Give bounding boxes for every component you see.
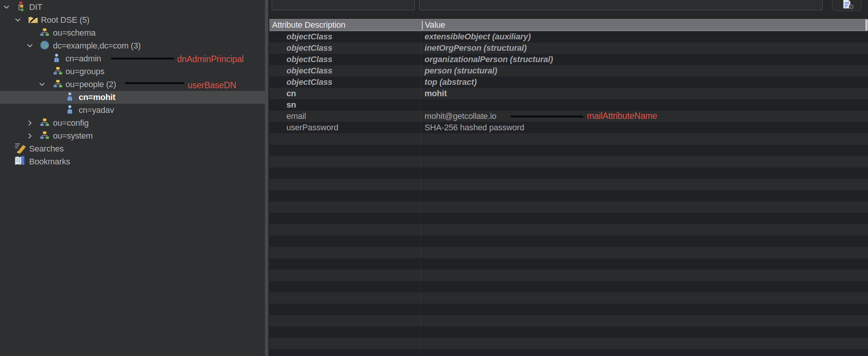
empty-table-row: [269, 145, 868, 156]
attribute-name: sn: [286, 100, 296, 110]
tree-item-root-dse-5-[interactable]: Root DSE (5): [0, 14, 265, 27]
tree-item-label: Root DSE (5): [41, 15, 89, 25]
tree-item-label: ou=config: [53, 118, 89, 128]
empty-table-row: [269, 349, 868, 356]
attribute-value: top (abstract): [425, 77, 477, 87]
dn-input[interactable]: [419, 0, 823, 10]
column-header-value[interactable]: Value: [425, 20, 445, 30]
annotation-label: dnAdminPrincipal: [177, 54, 244, 64]
annotation-line: [111, 58, 174, 59]
column-separator[interactable]: [422, 21, 423, 30]
empty-table-row: [269, 258, 868, 270]
attribute-name: objectClass: [286, 77, 332, 87]
fetch-operational-attributes-button[interactable]: [832, 0, 862, 11]
tree-item-label: cn=mohit: [79, 92, 115, 102]
document-gear-icon: [841, 0, 854, 11]
empty-table-row: [269, 281, 868, 292]
tree-item-dit[interactable]: DIT: [0, 1, 265, 14]
tree-item-bookmarks[interactable]: Bookmarks: [0, 155, 265, 168]
annotation-label: userBaseDN: [188, 80, 236, 91]
attribute-name: userPassword: [286, 123, 338, 133]
tree-item-label: ou=system: [53, 131, 93, 141]
tree-item-label: cn=admin: [65, 54, 101, 64]
empty-table-row: [269, 270, 868, 281]
attribute-name: cn: [286, 89, 296, 98]
attribute-row-objectClass[interactable]: objectClassperson (structural): [269, 65, 868, 77]
chevron-down-icon[interactable]: [14, 17, 21, 23]
empty-table-row: [269, 326, 868, 338]
attribute-value: inetOrgPerson (structural): [425, 43, 527, 53]
chevron-right-icon[interactable]: [26, 120, 33, 126]
attribute-value: extensibleObject (auxiliary): [425, 32, 531, 42]
column-divider-line: [421, 31, 421, 356]
attribute-table: objectClassextensibleObject (auxiliary)o…: [269, 31, 868, 356]
ldap-browser-tree-panel: DITRoot DSE (5)ou=schemadc=example,dc=co…: [0, 0, 265, 356]
column-header-attribute-description[interactable]: Attribute Description: [272, 20, 345, 30]
annotation-line: [510, 116, 581, 117]
person-icon: [53, 53, 60, 64]
tree-item-ou-system[interactable]: ou=system: [0, 130, 265, 142]
attribute-row-email[interactable]: emailmohit@getcollate.iomailAttributeNam…: [269, 111, 868, 122]
empty-table-row: [269, 338, 868, 349]
org-icon: [53, 67, 62, 77]
attribute-row-objectClass[interactable]: objectClasstop (abstract): [269, 77, 868, 88]
person-icon: [67, 105, 73, 116]
tree-item-label: ou=people (2): [65, 80, 116, 89]
tree-item-label: ou=groups: [65, 67, 104, 77]
attribute-row-objectClass[interactable]: objectClassinetOrgPerson (structural): [269, 42, 868, 54]
tree-item-ou-schema[interactable]: ou=schema: [0, 27, 265, 39]
attribute-value: person (structural): [425, 66, 497, 76]
tree-item-cn-mohit[interactable]: cn=mohit: [0, 91, 265, 104]
tree-item-label: Searches: [29, 144, 64, 154]
org-icon: [40, 131, 49, 141]
attribute-value: mohit: [425, 89, 447, 98]
empty-table-row: [269, 190, 868, 201]
empty-table-row: [269, 236, 868, 247]
tree-item-ou-groups[interactable]: ou=groups: [0, 65, 265, 78]
empty-table-row: [269, 201, 868, 213]
attribute-name: objectClass: [286, 55, 332, 64]
tree-item-label: ou=schema: [53, 28, 96, 38]
globe-icon: [40, 41, 49, 51]
empty-table-row: [269, 247, 868, 258]
annotation-line: [125, 82, 184, 84]
attribute-row-cn[interactable]: cnmohit: [269, 88, 868, 99]
empty-table-row: [269, 292, 868, 304]
chevron-down-icon[interactable]: [3, 4, 10, 11]
tree-item-searches[interactable]: Searches: [0, 142, 265, 155]
attribute-row-sn[interactable]: sn: [269, 99, 868, 111]
tree-item-ou-config[interactable]: ou=config: [0, 117, 265, 130]
bookmarks-icon: [14, 156, 26, 168]
dit-icon: [17, 1, 25, 13]
tree-item-label: dc=example,dc=com (3): [53, 41, 141, 51]
attribute-name: objectClass: [286, 43, 332, 53]
empty-table-row: [269, 179, 868, 190]
vertical-scrollbar[interactable]: [865, 19, 868, 31]
attribute-row-userPassword[interactable]: userPasswordSHA-256 hashed password: [269, 122, 868, 133]
attribute-value: organizationalPerson (structural): [425, 55, 553, 64]
chevron-down-icon[interactable]: [26, 42, 33, 49]
attribute-name: objectClass: [286, 32, 332, 42]
panel-splitter[interactable]: [265, 0, 268, 356]
quick-filter-input[interactable]: [272, 0, 415, 10]
attribute-name: objectClass: [286, 66, 332, 76]
empty-table-row: [269, 133, 868, 145]
tree-item-cn-yadav[interactable]: cn=yadav: [0, 104, 265, 117]
chevron-down-icon[interactable]: [39, 81, 45, 88]
org-icon: [53, 80, 62, 89]
tree-item-dc-example-dc-com-3-[interactable]: dc=example,dc=com (3): [0, 39, 265, 52]
empty-table-row: [269, 304, 868, 315]
attribute-row-objectClass[interactable]: objectClassextensibleObject (auxiliary): [269, 31, 868, 42]
folder-pencil-icon: [28, 15, 38, 25]
tree-item-label: Bookmarks: [29, 157, 70, 167]
empty-table-row: [269, 213, 868, 224]
annotation-label: mailAttributeName: [587, 111, 657, 121]
entry-editor-panel: Attribute Description Value objectClasse…: [268, 0, 868, 356]
attribute-row-objectClass[interactable]: objectClassorganizationalPerson (structu…: [269, 54, 868, 65]
org-icon: [40, 119, 49, 128]
searches-icon: [14, 142, 27, 155]
chevron-right-icon[interactable]: [26, 133, 33, 139]
attribute-value: mohit@getcollate.io: [425, 111, 496, 121]
empty-table-row: [269, 315, 868, 326]
org-icon: [40, 28, 49, 38]
